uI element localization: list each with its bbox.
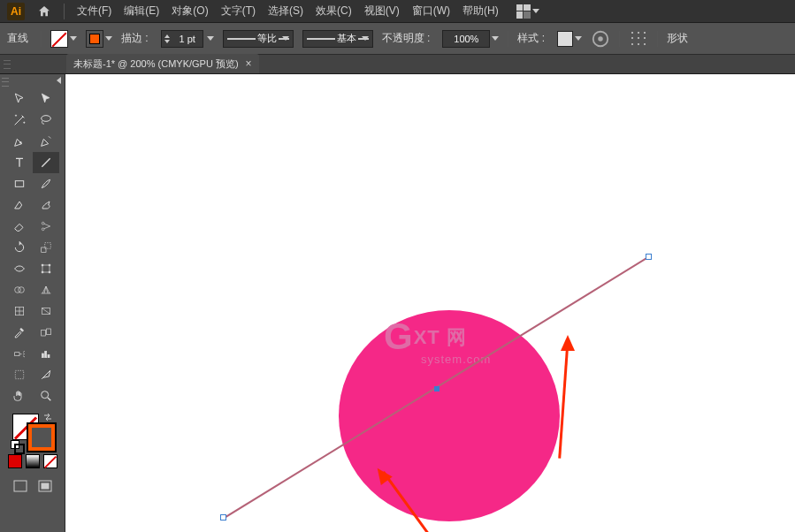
svg-rect-23 xyxy=(14,353,19,356)
direct-selection-tool[interactable] xyxy=(33,88,59,110)
control-divider xyxy=(619,31,620,47)
scissors-tool[interactable] xyxy=(33,216,59,237)
type-tool[interactable] xyxy=(6,152,33,173)
fill-swatch-dropdown[interactable] xyxy=(50,30,77,48)
scale-tool[interactable] xyxy=(33,237,59,258)
svg-rect-12 xyxy=(42,265,50,272)
blob-brush-tool[interactable] xyxy=(33,194,59,216)
rectangle-tool[interactable] xyxy=(6,173,33,194)
svg-rect-25 xyxy=(44,351,46,357)
fill-gradient-mode[interactable] xyxy=(26,454,40,468)
screen-mode-button[interactable] xyxy=(34,477,56,495)
shape-builder-tool[interactable] xyxy=(6,279,33,300)
stepper-buttons[interactable] xyxy=(162,31,172,47)
document-tab[interactable]: 未标题-1* @ 200% (CMYK/GPU 预览) × xyxy=(66,54,259,73)
app-logo: Ai xyxy=(7,3,25,20)
menu-select[interactable]: 选择(S) xyxy=(268,4,303,19)
chevron-down-icon xyxy=(70,36,77,41)
column-graph-tool[interactable] xyxy=(33,343,59,364)
graphic-style-dropdown[interactable] xyxy=(557,31,582,47)
style-label: 样式 : xyxy=(517,31,545,46)
stroke-weight-value: 1 pt xyxy=(172,34,203,44)
pen-tool[interactable] xyxy=(6,131,33,152)
menu-object[interactable]: 对象(O) xyxy=(172,4,208,19)
svg-point-9 xyxy=(42,228,44,231)
canvas-area[interactable]: GXT 网 system.com xyxy=(65,74,795,532)
fill-mode-row xyxy=(8,454,57,468)
slice-tool[interactable] xyxy=(33,364,59,385)
svg-point-28 xyxy=(41,391,48,399)
paintbrush-tool[interactable] xyxy=(33,173,59,194)
stroke-weight-label: 描边 : xyxy=(121,31,149,46)
blend-tool[interactable] xyxy=(33,322,59,343)
magic-wand-tool[interactable] xyxy=(6,110,33,131)
free-transform-tool[interactable] xyxy=(33,258,59,279)
menu-window[interactable]: 窗口(W) xyxy=(412,4,450,19)
mesh-tool[interactable] xyxy=(6,300,33,322)
svg-point-5 xyxy=(19,141,21,143)
menu-bar: Ai 文件(F) 编辑(E) 对象(O) 文字(T) 选择(S) 效果(C) 视… xyxy=(0,0,795,23)
control-divider xyxy=(508,31,508,47)
default-fill-stroke-icon[interactable] xyxy=(11,440,21,451)
fill-stroke-control[interactable] xyxy=(11,412,55,451)
selection-handle[interactable] xyxy=(646,254,652,260)
menu-type[interactable]: 文字(T) xyxy=(221,4,256,19)
menu-view[interactable]: 视图(V) xyxy=(364,4,400,19)
brush-definition[interactable]: 基本 xyxy=(302,30,373,48)
zoom-tool[interactable] xyxy=(33,385,59,407)
rotate-tool[interactable] xyxy=(6,237,33,258)
shape-panel-label[interactable]: 形状 xyxy=(667,31,688,46)
align-panel-button[interactable] xyxy=(629,29,648,49)
draw-normal-button[interactable] xyxy=(10,477,31,495)
svg-point-2 xyxy=(15,115,16,116)
work-area: GXT 网 system.com xyxy=(0,74,795,532)
align-grid-icon xyxy=(631,31,646,47)
curvature-tool[interactable] xyxy=(33,131,59,152)
width-tool[interactable] xyxy=(6,258,33,279)
shaper-tool[interactable] xyxy=(6,194,33,216)
chevron-down-icon xyxy=(362,36,369,41)
tab-close-button[interactable]: × xyxy=(246,57,252,70)
menu-file[interactable]: 文件(F) xyxy=(77,4,111,19)
svg-rect-10 xyxy=(41,247,45,252)
svg-point-3 xyxy=(23,122,24,123)
recolor-icon xyxy=(591,29,610,49)
menu-help[interactable]: 帮助(H) xyxy=(462,4,499,19)
recolor-artwork-button[interactable] xyxy=(591,29,610,49)
stroke-indicator[interactable] xyxy=(28,424,55,451)
document-tab-strip: 未标题-1* @ 200% (CMYK/GPU 预览) × xyxy=(0,55,795,74)
eraser-tool[interactable] xyxy=(6,216,33,237)
hand-tool[interactable] xyxy=(6,385,33,407)
menu-effect[interactable]: 效果(C) xyxy=(316,4,352,19)
perspective-grid-tool[interactable] xyxy=(33,279,59,300)
swap-fill-stroke-icon[interactable] xyxy=(42,412,53,422)
svg-line-29 xyxy=(48,398,50,400)
eyedropper-tool[interactable] xyxy=(6,322,33,343)
panel-grip-icon[interactable] xyxy=(2,76,9,88)
svg-rect-27 xyxy=(15,370,23,378)
profile-label: 等比 xyxy=(256,32,279,45)
symbol-sprayer-tool[interactable] xyxy=(6,343,33,364)
selection-tool[interactable] xyxy=(6,88,33,110)
stroke-swatch-dropdown[interactable] xyxy=(86,30,112,48)
artboard-tool[interactable] xyxy=(6,364,33,385)
menu-edit[interactable]: 编辑(E) xyxy=(124,4,159,19)
lasso-tool[interactable] xyxy=(33,110,59,131)
home-icon[interactable] xyxy=(37,4,51,19)
panel-grip-icon[interactable] xyxy=(4,58,11,71)
menu-divider xyxy=(64,4,65,19)
opacity-field[interactable]: 100% xyxy=(442,30,499,48)
gradient-tool[interactable] xyxy=(33,300,59,322)
fill-color-mode[interactable] xyxy=(8,454,22,468)
fill-none-mode[interactable] xyxy=(43,454,57,468)
svg-point-4 xyxy=(41,116,50,122)
variable-width-profile[interactable]: 等比 xyxy=(223,30,294,48)
stroke-weight-field[interactable]: 1 pt xyxy=(161,30,214,48)
workspace-switcher[interactable] xyxy=(516,4,543,19)
artboard[interactable]: GXT 网 system.com xyxy=(65,74,795,532)
svg-rect-7 xyxy=(15,181,23,187)
line-segment-tool[interactable] xyxy=(33,152,59,173)
selection-center-point[interactable] xyxy=(434,386,440,391)
collapse-panel-button[interactable] xyxy=(54,76,63,85)
selection-handle[interactable] xyxy=(220,514,226,521)
